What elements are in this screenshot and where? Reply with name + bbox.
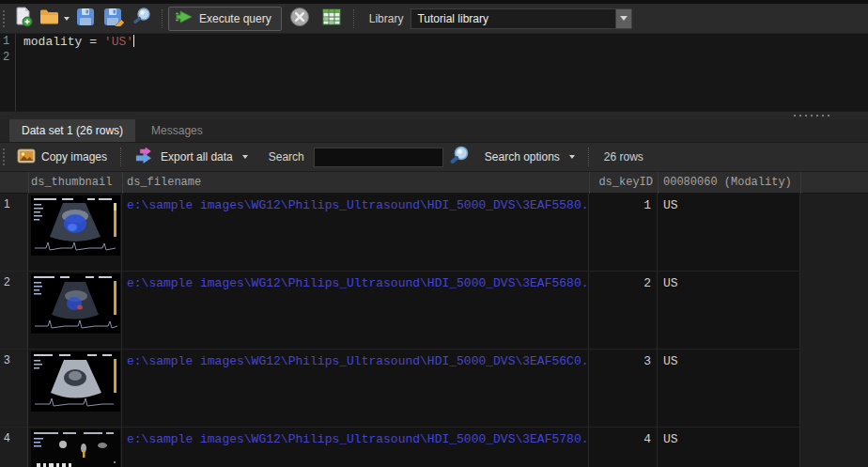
cell-thumbnail[interactable] [28,428,122,467]
save-as-button[interactable] [101,7,126,31]
thumbnail-image [31,429,120,467]
row-number: 3 [0,350,28,428]
open-file-button[interactable] [39,7,70,31]
library-selected-value: Tutorial library [411,12,615,25]
thumbnail-image [31,195,120,256]
cell-keyid[interactable]: 2 [589,272,658,350]
chevron-down-icon [620,16,628,21]
export-dropdown-caret-icon [242,155,248,159]
query-line-1: modality = 'US' [23,34,868,50]
search-options-label: Search options [485,150,560,163]
column-divider [28,172,29,194]
splitter-grip-dots-icon[interactable] [794,115,833,117]
cell-filename[interactable]: e:\sample images\WG12\Philips_Ultrasound… [122,350,589,428]
column-header-ds-keyid[interactable]: ds_keyID [589,176,653,189]
line-number-gutter: 1 2 [0,34,16,111]
export-all-data-button[interactable]: Export all data [127,145,256,169]
cell-modality[interactable]: US [658,350,800,428]
search-icon [448,145,471,170]
result-tabs: Data set 1 (26 rows) Messages [0,119,868,142]
tab-data-set-1[interactable]: Data set 1 (26 rows) [9,119,135,142]
grid-header-row: ds_thumbnail ds_filename ds_keyID 000800… [0,172,868,194]
cell-thumbnail[interactable] [28,272,122,350]
column-header-ds-thumbnail[interactable]: ds_thumbnail [31,176,112,189]
execute-query-button[interactable]: Execute query [168,7,282,31]
row-count-label: 26 rows [604,150,643,163]
horizontal-splitter[interactable] [0,111,868,119]
main-toolbar: Execute query Library [0,4,868,34]
search-options-button[interactable]: Search options [477,145,582,169]
stop-query-button[interactable] [287,7,312,31]
tab-label: Data set 1 (26 rows) [22,124,123,137]
cell-keyid[interactable]: 1 [589,194,658,272]
column-header-modality[interactable]: 00080060 (Modality) [663,176,792,189]
new-query-button[interactable] [11,7,36,31]
row-number: 4 [0,428,28,467]
grid-view-button[interactable] [319,7,344,31]
magnifier-icon [132,7,152,30]
code-area[interactable]: modality = 'US' [23,34,868,50]
column-divider [589,172,590,194]
library-label: Library [369,12,404,25]
grid-view-icon [322,8,341,28]
cell-filename[interactable]: e:\sample images\WG12\Philips_Ultrasound… [122,272,589,350]
table-row[interactable]: 4 e:\sample images\WG12\Philips_Ultrasou… [0,428,868,467]
new-document-icon [14,7,33,30]
toolbar-separator [588,148,589,166]
thumbnail-image [31,351,120,412]
cell-filename[interactable]: e:\sample images\WG12\Philips_Ultrasound… [122,194,589,272]
tab-label: Messages [151,124,203,137]
cell-modality[interactable]: US [658,428,800,467]
row-number: 1 [0,194,28,272]
search-options-caret-icon [569,155,575,159]
cell-thumbnail[interactable] [28,194,122,272]
export-icon [134,148,155,167]
execute-query-icon [175,9,194,27]
line-number: 1 [0,34,15,50]
open-folder-icon [39,8,60,28]
search-label: Search [269,150,304,163]
query-string-literal: 'US' [104,35,133,49]
column-divider [122,172,123,194]
toolbar-separator [353,9,354,28]
column-divider [658,172,659,194]
library-select[interactable]: Tutorial library [411,8,632,29]
execute-query-label: Execute query [199,12,271,25]
toolbar-grip-handle[interactable] [3,10,7,27]
column-divider [800,172,801,194]
find-button[interactable] [130,7,154,31]
results-toolbar: Copy images Export all data Search [0,142,868,172]
copy-images-button[interactable]: Copy images [9,145,115,169]
application-window: Execute query Library [0,0,868,467]
cell-keyid[interactable]: 4 [589,428,658,467]
copy-images-icon [17,148,36,166]
row-number: 2 [0,272,28,350]
toolbar-separator [162,9,163,28]
cell-keyid[interactable]: 3 [589,350,658,428]
search-input[interactable] [314,148,443,167]
save-icon [76,8,95,29]
search-go-button[interactable] [447,145,472,169]
cell-thumbnail[interactable] [28,350,122,428]
table-row[interactable]: 2 e:\sample images\WG12\Philips_Ultrasou… [0,272,868,350]
cell-modality[interactable]: US [658,194,800,272]
query-text: modality = [23,35,104,49]
open-file-dropdown-caret-icon [64,17,70,21]
query-editor[interactable]: 1 2 modality = 'US' [0,34,868,111]
tab-messages[interactable]: Messages [139,119,215,142]
cell-modality[interactable]: US [658,272,800,350]
column-header-ds-filename[interactable]: ds_filename [127,176,201,189]
toolbar-separator [120,148,121,166]
stop-icon [289,7,310,30]
save-button[interactable] [73,7,98,31]
thumbnail-image [31,273,120,334]
cell-filename[interactable]: e:\sample images\WG12\Philips_Ultrasound… [122,428,589,467]
line-number: 2 [0,50,15,66]
library-dropdown-button[interactable] [615,9,631,28]
text-cursor [133,35,134,47]
save-as-icon [103,8,124,29]
toolbar-grip-handle[interactable] [3,148,7,165]
table-row[interactable]: 3 e:\sample images\WG12\Philips_Ultrasou… [0,350,868,428]
table-row[interactable]: 1 e:\sample images\WG12\Philips_Ultrasou… [0,194,868,272]
export-all-data-label: Export all data [161,150,233,163]
